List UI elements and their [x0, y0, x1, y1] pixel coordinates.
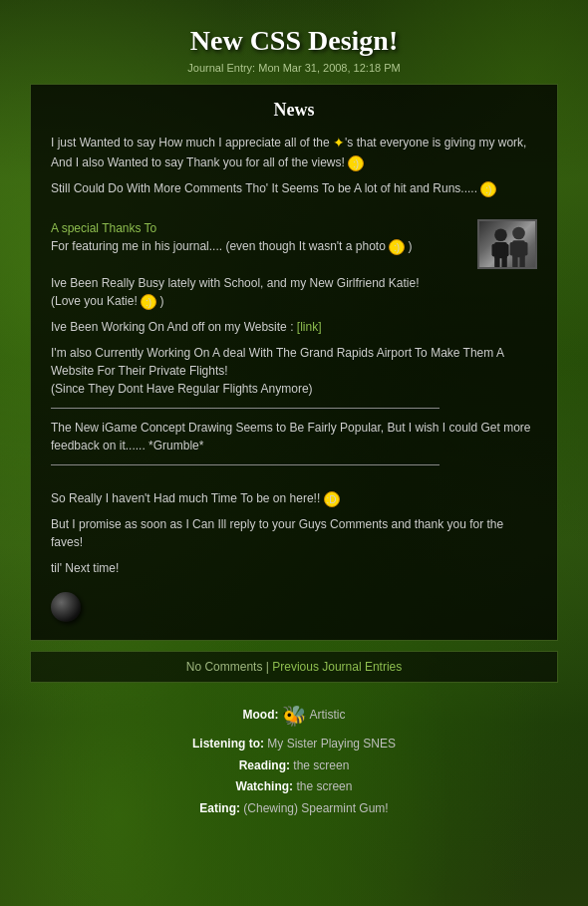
svg-rect-7: [512, 240, 525, 257]
journal-box: News I just Wanted to say How much I app…: [30, 84, 558, 641]
footer-separator: |: [266, 660, 269, 674]
smiley-2: :): [480, 181, 496, 197]
watching-value: the screen: [296, 779, 352, 793]
svg-rect-11: [519, 255, 524, 267]
smiley-4: :): [141, 294, 156, 310]
svg-rect-8: [509, 242, 514, 256]
news-heading: News: [51, 100, 537, 121]
page-title: New CSS Design!: [30, 25, 558, 57]
previous-entries-link[interactable]: Previous Journal Entries: [272, 660, 402, 674]
svg-rect-4: [494, 256, 499, 267]
journal-para-1: I just Wanted to say How much I apprecia…: [51, 133, 537, 171]
svg-rect-5: [501, 256, 506, 267]
page-subtitle: Journal Entry: Mon Mar 31, 2008, 12:18 P…: [30, 62, 558, 74]
no-comments-label: No Comments: [186, 660, 263, 674]
divider-2: [51, 464, 440, 465]
mood-value: Artistic: [310, 708, 346, 722]
svg-rect-2: [491, 243, 496, 256]
page-header: New CSS Design! Journal Entry: Mon Mar 3…: [30, 10, 558, 74]
special-thanks-block: A special Thanks To For featuring me in …: [51, 219, 537, 274]
journal-para-promise: But I promise as soon as I Can Ill reply…: [51, 515, 537, 551]
journal-para-website: Ive Been Working On And off on my Websit…: [51, 318, 537, 336]
mood-section: Mood: 🐝 Artistic Listening to: My Sister…: [30, 698, 558, 819]
journal-special-thanks: A special Thanks To For featuring me in …: [51, 219, 537, 255]
eating-value: (Chewing) Spearmint Gum!: [243, 801, 388, 815]
svg-point-0: [494, 228, 507, 241]
reading-label: Reading:: [239, 758, 290, 772]
svg-rect-9: [523, 242, 528, 256]
eating-row: Eating: (Chewing) Spearmint Gum!: [30, 798, 558, 820]
journal-para-igame: The New iGame Concept Drawing Seems to B…: [51, 419, 537, 454]
reading-row: Reading: the screen: [30, 755, 558, 777]
listening-value: My Sister Playing SNES: [267, 737, 396, 751]
journal-til-next: til' Next time!: [51, 559, 537, 577]
smiley-3: :): [389, 239, 405, 255]
journal-para-2: Still Could Do With More Comments Tho' I…: [51, 179, 537, 197]
svg-rect-3: [504, 243, 509, 256]
watching-row: Watching: the screen: [30, 776, 558, 798]
mood-label: Mood:: [243, 708, 279, 722]
watching-label: Watching:: [236, 779, 294, 793]
journal-para-katie: Ive Been Really Busy lately with School,…: [51, 274, 537, 310]
journal-para-airport: I'm also Currently Working On A deal Wit…: [51, 344, 537, 398]
divider-1: [51, 408, 440, 409]
featured-photo: [477, 219, 537, 269]
eating-label: Eating:: [199, 801, 240, 815]
footer-bar: No Comments | Previous Journal Entries: [30, 651, 558, 683]
smiley-5: :D: [324, 491, 340, 507]
journal-para-time: So Really I haven't Had much Time To be …: [51, 489, 537, 507]
bee-icon: 🐝: [282, 698, 307, 734]
svg-rect-10: [512, 255, 517, 267]
star-icon: ✦: [333, 133, 345, 153]
mood-row: Mood: 🐝 Artistic: [30, 698, 558, 734]
listening-label: Listening to:: [192, 737, 264, 751]
website-link[interactable]: [link]: [297, 320, 322, 334]
reading-value: the screen: [293, 758, 349, 772]
ball-icon: [51, 592, 81, 622]
smiley-1: :): [348, 155, 364, 171]
listening-row: Listening to: My Sister Playing SNES: [30, 734, 558, 755]
svg-point-6: [512, 226, 525, 239]
